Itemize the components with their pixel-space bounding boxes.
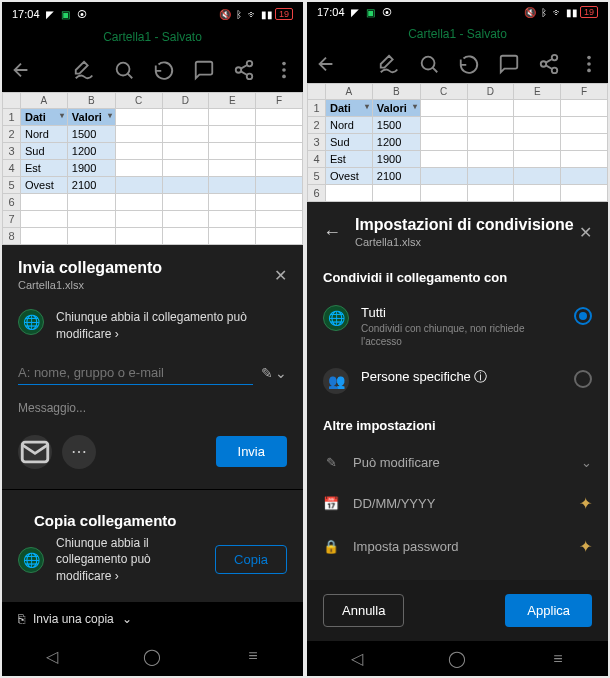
wifi-icon: ᯤ [552, 6, 564, 18]
send-link-panel: Invia collegamento Cartella1.xlsx ✕ 🌐 Ch… [2, 245, 303, 636]
message-input[interactable]: Messaggio... [2, 393, 303, 423]
more-icon[interactable] [273, 59, 295, 81]
whatsapp-icon: ▣ [365, 6, 377, 18]
send-button[interactable]: Invia [216, 436, 287, 467]
nav-back-icon[interactable]: ◁ [42, 646, 62, 666]
link-settings-row[interactable]: 🌐 Chiunque abbia il collegamento può mod… [2, 299, 303, 353]
comment-icon[interactable] [193, 59, 215, 81]
option-specific-people[interactable]: 👥 Persone specifiche ⓘ [307, 358, 608, 404]
col-header-valori[interactable]: Valori [372, 100, 420, 117]
cell[interactable]: 1900 [372, 151, 420, 168]
permission-dropdown[interactable]: ✎ ⌄ [261, 365, 287, 381]
nav-back-icon[interactable]: ◁ [347, 649, 367, 669]
option-everyone-title: Tutti [361, 305, 562, 320]
cell[interactable]: Sud [326, 134, 373, 151]
bluetooth-icon: ᛒ [538, 6, 550, 18]
telegram-icon: ◤ [44, 8, 56, 20]
cell[interactable]: 1200 [372, 134, 420, 151]
svg-point-6 [282, 75, 286, 79]
signal-icon: ▮▮ [566, 6, 578, 18]
radio-unselected[interactable] [574, 370, 592, 388]
globe-icon: 🌐 [18, 547, 44, 573]
premium-icon: ✦ [579, 537, 592, 556]
chevron-down-icon: ⌄ [122, 612, 132, 626]
search-icon[interactable] [418, 53, 440, 75]
cell[interactable]: Nord [326, 117, 373, 134]
date-placeholder: DD/MM/YYYY [353, 496, 565, 511]
whatsapp-icon: ▣ [60, 8, 72, 20]
back-icon[interactable] [315, 53, 337, 75]
close-icon[interactable]: ✕ [579, 223, 592, 242]
cell[interactable]: 1500 [372, 117, 420, 134]
cell[interactable]: 2100 [372, 168, 420, 185]
password-row[interactable]: 🔒 Imposta password ✦ [307, 525, 608, 568]
chevron-down-icon: ⌄ [275, 365, 287, 381]
send-copy-button[interactable]: ⎘ Invia una copia ⌄ [18, 612, 132, 626]
cell[interactable]: Est [21, 160, 68, 177]
back-icon[interactable]: ← [323, 222, 341, 243]
apply-button[interactable]: Applica [505, 594, 592, 627]
col-header-valori[interactable]: Valori [67, 109, 115, 126]
cancel-button[interactable]: Annulla [323, 594, 404, 627]
comment-icon[interactable] [498, 53, 520, 75]
mute-icon: 🔇 [219, 8, 231, 20]
cell[interactable]: 1200 [67, 143, 115, 160]
copy-link-title: Copia collegamento [18, 512, 287, 535]
premium-icon: ✦ [579, 494, 592, 513]
svg-point-13 [587, 62, 591, 66]
share-icon[interactable] [538, 53, 560, 75]
svg-point-9 [552, 55, 558, 61]
cell[interactable]: Sud [21, 143, 68, 160]
draw-icon[interactable] [73, 59, 95, 81]
option-everyone[interactable]: 🌐 Tutti Condividi con chiunque, non rich… [307, 295, 608, 358]
more-apps-button[interactable]: ⋯ [62, 435, 96, 469]
spreadsheet[interactable]: ABCDEF 1DatiValori 2Nord1500 3Sud1200 4E… [307, 83, 608, 202]
svg-point-11 [552, 68, 558, 74]
draw-icon[interactable] [378, 53, 400, 75]
cell[interactable]: Nord [21, 126, 68, 143]
radio-selected[interactable] [574, 307, 592, 325]
search-icon[interactable] [113, 59, 135, 81]
panel-filename: Cartella1.xlsx [355, 236, 574, 248]
outlook-button[interactable] [18, 435, 52, 469]
other-settings-label: Altre impostazioni [307, 404, 608, 443]
status-time: 17:04 [12, 8, 40, 20]
cell[interactable]: 1500 [67, 126, 115, 143]
phone-left: 17:04 ◤ ▣ ⦿ 🔇 ᛒ ᯤ ▮▮ 19 Cartella1 - Salv… [2, 2, 303, 676]
svg-point-8 [422, 57, 435, 70]
back-icon[interactable] [10, 59, 32, 81]
cell[interactable]: 1900 [67, 160, 115, 177]
more-icon[interactable] [578, 53, 600, 75]
status-bar: 17:04 ◤ ▣ ⦿ 🔇 ᛒ ᯤ ▮▮ 19 [307, 2, 608, 23]
cell[interactable]: 2100 [67, 177, 115, 194]
svg-point-3 [247, 74, 253, 80]
cell[interactable]: Ovest [21, 177, 68, 194]
option-specific-title: Persone specifiche ⓘ [361, 368, 562, 386]
can-edit-row[interactable]: ✎ Può modificare ⌄ [307, 443, 608, 482]
col-header-dati[interactable]: Dati [326, 100, 373, 117]
undo-icon[interactable] [458, 53, 480, 75]
spreadsheet[interactable]: ABCDEF 1DatiValori 2Nord1500 3Sud1200 4E… [2, 92, 303, 245]
nav-recent-icon[interactable]: ≡ [548, 649, 568, 669]
nav-home-icon[interactable]: ◯ [142, 646, 162, 666]
recipient-input[interactable] [18, 361, 253, 385]
svg-point-5 [282, 68, 286, 72]
share-icon[interactable] [233, 59, 255, 81]
signal-icon: ▮▮ [261, 8, 273, 20]
nav-recent-icon[interactable]: ≡ [243, 646, 263, 666]
password-placeholder: Imposta password [353, 539, 565, 554]
cell[interactable]: Est [326, 151, 373, 168]
nav-home-icon[interactable]: ◯ [447, 649, 467, 669]
notch-icon: ⦿ [381, 6, 393, 18]
panel-filename: Cartella1.xlsx [18, 279, 162, 291]
battery-icon: 19 [275, 8, 293, 20]
expiry-date-row[interactable]: 📅 DD/MM/YYYY ✦ [307, 482, 608, 525]
cell[interactable]: Ovest [326, 168, 373, 185]
undo-icon[interactable] [153, 59, 175, 81]
copy-button[interactable]: Copia [215, 545, 287, 574]
close-icon[interactable]: ✕ [274, 266, 287, 285]
status-bar: 17:04 ◤ ▣ ⦿ 🔇 ᛒ ᯤ ▮▮ 19 [2, 2, 303, 26]
col-header-dati[interactable]: Dati [21, 109, 68, 126]
chevron-down-icon: ⌄ [581, 455, 592, 470]
attachment-icon: ⎘ [18, 612, 25, 626]
